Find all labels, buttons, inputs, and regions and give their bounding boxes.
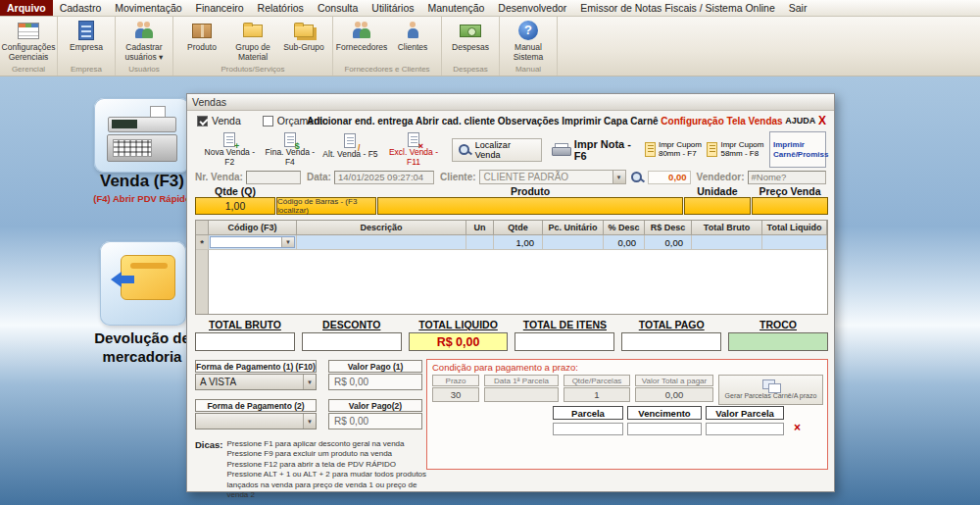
link-adicionar-endereco[interactable]: Adicionar end. entrega [307, 116, 413, 126]
config-gerenciais-button[interactable]: Configurações Gerenciais [3, 17, 54, 63]
cliente-combobox[interactable]: CLIENTE PADRÃO [479, 170, 626, 184]
valor-total-pagar-label: Valor Total a pagar [635, 375, 713, 386]
cell-rs-desc[interactable]: 0,00 [645, 235, 692, 250]
col-perc-desc: % Desc [604, 221, 645, 235]
chevron-down-icon[interactable] [281, 237, 294, 247]
link-abrir-cad-cliente[interactable]: Abrir cad. cliente [416, 116, 495, 126]
orcamento-checkbox[interactable] [263, 116, 273, 126]
grupo-material-button[interactable]: Grupo de Material [227, 17, 278, 63]
preco-venda-input[interactable] [752, 197, 828, 215]
menu-cadastro[interactable]: Cadastro [53, 0, 109, 16]
chevron-down-icon[interactable] [612, 171, 625, 183]
menu-manutencao[interactable]: Manutenção [421, 0, 492, 16]
dropdown-arrow-icon: ▾ [159, 52, 163, 62]
valor-total-pagar-field[interactable]: 0,00 [635, 387, 713, 402]
col-codigo: Código (F3) [209, 221, 297, 235]
despesas-button[interactable]: Despesas [445, 17, 496, 53]
excluir-venda-button[interactable]: × Excl. Venda - F11 [383, 131, 444, 168]
produto-input[interactable] [377, 197, 683, 215]
imprimir-nota-button[interactable]: Impr Nota - F6 [552, 131, 645, 168]
total-pago-label: TOTAL PAGO [621, 319, 721, 330]
window-title: Vendas [187, 94, 834, 111]
troco-label: TROCO [728, 319, 828, 330]
forma-pagamento-1-combobox[interactable]: A VISTA [195, 374, 317, 390]
building-icon [78, 19, 94, 42]
menu-movimentacao[interactable]: Movimentação [108, 0, 188, 16]
ribbon-group-fornecedores-clientes: Fornecedores Clientes Fornecedores e Cli… [333, 17, 442, 76]
chevron-down-icon[interactable] [303, 414, 316, 429]
link-ajuda[interactable]: AJUDA [785, 116, 815, 126]
delete-parcela-icon[interactable] [794, 422, 801, 433]
imprimir-carne-button[interactable]: Imprimir Carnê/Promiss [769, 131, 826, 168]
prazo-value-field[interactable]: 30 [432, 387, 479, 402]
cell-perc-desc[interactable]: 0,00 [604, 235, 645, 250]
folder-icon [243, 19, 263, 42]
clientes-button[interactable]: Clientes [387, 17, 438, 53]
menu-sair[interactable]: Sair [782, 0, 814, 16]
qtde-parcelas-field[interactable]: 1 [564, 387, 630, 402]
sale-header-fields: Nr. Venda: Data: 14/01/2025 09:27:04 Cli… [195, 170, 826, 184]
items-grid: Código (F3) Descrição Un Qtde Pc. Unitár… [195, 220, 828, 315]
dicas-text: Pressione F1 para aplicar desconto geral… [227, 439, 428, 500]
header-links: Adicionar end. entrega Abrir cad. client… [307, 114, 826, 127]
alterar-venda-button[interactable]: / Alt. Venda - F5 [321, 131, 379, 168]
valor-pago-2-field[interactable]: R$ 0,00 [328, 413, 422, 429]
close-button[interactable]: X [818, 114, 826, 127]
ribbon-group-manual: Manual Sistema Manual [500, 17, 558, 76]
data-field: 14/01/2025 09:27:04 [334, 171, 434, 184]
cell-descricao[interactable] [297, 235, 466, 250]
produto-button[interactable]: Produto [176, 17, 227, 53]
menu-arquivo[interactable]: Arquivo [0, 0, 53, 16]
forma-pagamento-2-combobox[interactable] [195, 413, 317, 429]
cell-qtde[interactable]: 1,00 [494, 235, 543, 250]
ribbon-group-label: Produtos/Serviços [176, 64, 329, 76]
cadastrar-usuarios-button[interactable]: Cadastrar usuários ▾ [119, 17, 170, 63]
cliente-search-icon[interactable] [630, 171, 644, 184]
cell-un[interactable] [466, 235, 494, 250]
venda-checkbox[interactable] [197, 116, 208, 126]
manual-sistema-button[interactable]: Manual Sistema [503, 17, 554, 63]
cell-total-bruto[interactable] [692, 235, 762, 250]
menu-utilitarios[interactable]: Utilitários [365, 0, 420, 16]
cell-codigo[interactable] [209, 235, 297, 250]
qtde-input[interactable]: 1,00 [195, 197, 275, 215]
venda-f3-tile[interactable] [94, 98, 190, 173]
imprimir-cupom-58mm-button[interactable]: Impr Cupom 58mm - F8 [707, 131, 766, 168]
menu-financeiro[interactable]: Financeiro [189, 0, 251, 16]
sub-grupo-button[interactable]: Sub-Grupo [278, 17, 329, 53]
nova-venda-button[interactable]: + Nova Venda - F2 [201, 131, 259, 168]
venda-checkbox-label: Venda [212, 115, 241, 126]
menu-consulta[interactable]: Consulta [311, 0, 365, 16]
menu-relatorios[interactable]: Relatórios [251, 0, 311, 16]
ribbon-group-label: Fornecedores e Clientes [336, 64, 438, 76]
total-bruto-box [195, 332, 295, 351]
total-itens-box [514, 332, 614, 351]
vencimento-column-header: Vencimento [627, 406, 702, 420]
localizar-venda-button[interactable]: Localizar Venda [452, 138, 542, 162]
gerar-parcelas-button[interactable]: Gerar Parcelas Carnê/A prazo [718, 375, 823, 405]
codigo-barras-input[interactable]: Código de Barras - (F3 localizar) [276, 197, 376, 215]
menu-emissor-nf[interactable]: Emissor de Notas Fiscais / Sistema Onlin… [573, 0, 781, 16]
saldo-field: 0,00 [648, 171, 691, 184]
cell-pc-unitario[interactable] [543, 235, 604, 250]
menu-desenvolvedor[interactable]: Desenvolvedor [491, 0, 573, 16]
grid-row-selected[interactable]: * 1,00 0,00 0,00 [196, 235, 827, 250]
devolucao-tile[interactable] [100, 241, 186, 326]
ribbon-group-usuarios: Cadastrar usuários ▾ Usuários [116, 17, 173, 76]
imprimir-cupom-80mm-button[interactable]: Impr Cupom 80mm - F7 [645, 131, 705, 168]
cell-total-liquido[interactable] [762, 235, 827, 250]
nr-venda-label: Nr. Venda: [195, 172, 243, 182]
link-observacoes[interactable]: Observações [498, 116, 560, 126]
data-primeira-parcela-field[interactable] [484, 387, 559, 402]
valor-pago-1-field[interactable]: R$ 0,00 [328, 374, 422, 390]
fornecedores-button[interactable]: Fornecedores [336, 17, 387, 53]
empresa-button[interactable]: Empresa [61, 17, 112, 53]
troco-box [728, 332, 828, 351]
chevron-down-icon[interactable] [303, 375, 316, 389]
link-configuracao-tela-vendas[interactable]: Configuração Tela Vendas [661, 116, 782, 126]
unidade-input[interactable] [684, 197, 751, 215]
link-imprimir-capa-carne[interactable]: Imprimir Capa Carnê [562, 116, 658, 126]
total-itens-label: TOTAL DE ITENS [514, 319, 614, 330]
col-rs-desc: R$ Desc [645, 221, 692, 235]
finalizar-venda-button[interactable]: $ Fina. Venda - F4 [263, 131, 318, 168]
